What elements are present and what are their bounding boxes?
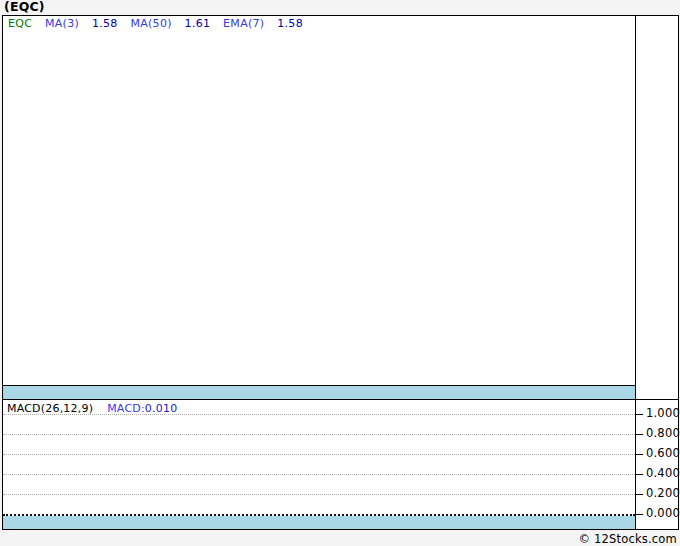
axis-tick: [636, 434, 643, 435]
ma3-value: 1.58: [92, 17, 118, 30]
axis-label: 0.600: [646, 447, 678, 460]
gridline-0-800: [3, 434, 635, 435]
ma50-value: 1.61: [185, 17, 211, 30]
main-panel-legend: EQC MA(3) 1.58 MA(50) 1.61 EMA(7) 1.58: [8, 18, 312, 30]
gridline-0-200: [3, 494, 635, 495]
axis-divider-line: [635, 15, 636, 530]
axis-tick: [636, 494, 643, 495]
axis-tick: [636, 474, 643, 475]
axis-label: 1.000: [646, 407, 678, 420]
macd-panel-top-border: [2, 399, 679, 400]
chart-frame: [2, 15, 679, 530]
main-panel-highlight-band: [3, 386, 635, 399]
axis-label: 0.400: [646, 467, 678, 480]
gridline-1-000: [3, 414, 635, 415]
stock-chart-page: { "page": { "title": "(EQC)", "copyright…: [0, 0, 680, 546]
axis-label: 0.200: [646, 487, 678, 500]
axis-tick: [636, 514, 643, 515]
axis-label: 0.000: [646, 507, 678, 520]
ticker-symbol: EQC: [8, 17, 32, 30]
axis-tick: [636, 414, 643, 415]
macd-panel-highlight-band: [3, 516, 635, 529]
ma3-label: MA(3): [45, 17, 79, 30]
page-title: (EQC): [4, 0, 45, 14]
gridline-0-400: [3, 474, 635, 475]
gridline-0-600: [3, 454, 635, 455]
ema7-label: EMA(7): [223, 17, 264, 30]
axis-label: 0.800: [646, 427, 678, 440]
axis-tick: [636, 454, 643, 455]
ma50-label: MA(50): [130, 17, 171, 30]
ema7-value: 1.58: [277, 17, 303, 30]
copyright-watermark: © 12Stocks.com: [578, 532, 677, 546]
